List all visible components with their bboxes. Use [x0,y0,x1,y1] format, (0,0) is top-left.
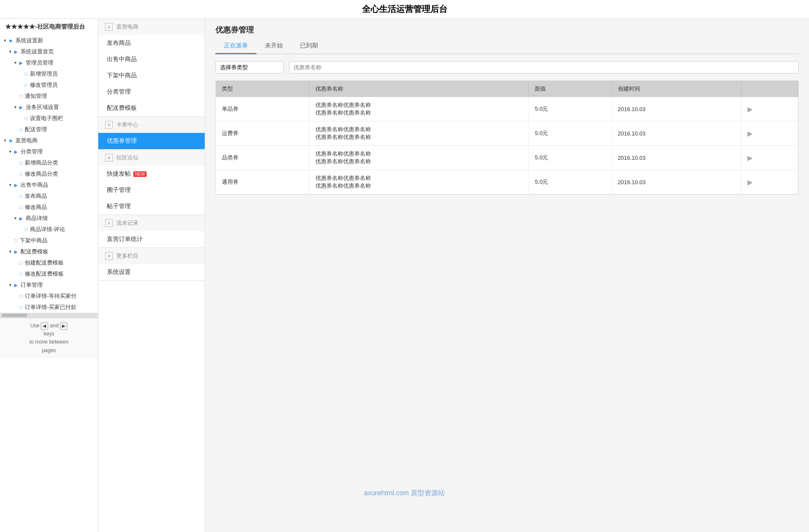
cell-action[interactable]: ▶ [741,146,798,170]
menu-section-header-direct_ecom: ✕直营电商 [98,19,205,35]
menu-item-sys_settings[interactable]: 系统设置 [98,264,205,280]
menu-item-label: 系统设置 [107,268,131,276]
sidebar-item-edit_admin[interactable]: □修改管理员 [0,79,98,91]
sidebar-item-create_ship[interactable]: □创建配送费模板 [0,257,98,268]
menu-item-post_mgmt[interactable]: 帖子管理 [98,198,205,215]
coupon-table: 类型优惠券名称面值创建时间 单品券优惠券名称优惠券名称优惠券名称优惠券名称5.0… [216,81,798,194]
tab-label: 未开始 [265,42,283,49]
menu-item-publish[interactable]: 发布商品 [98,35,205,51]
sidebar-item-direct_ecom[interactable]: ▼■直营电商 [0,135,98,146]
tab-not_started[interactable]: 未开始 [256,38,291,54]
cell-value: 5.0元 [529,121,612,146]
row-action-arrow[interactable]: ▶ [747,106,753,113]
tree-item-label: 分类管理 [21,148,43,156]
menu-item-quick_post[interactable]: 快捷发帖NEW [98,166,205,182]
nav-hint-pages: pages [42,347,56,353]
sidebar-item-delivery_mgmt[interactable]: □配送管理 [0,124,98,135]
sidebar-item-edit_ship[interactable]: □修改配送费模板 [0,268,98,279]
scrollbar-thumb[interactable] [2,314,27,317]
horizontal-scrollbar[interactable] [0,313,98,318]
sidebar-item-ship_tpl[interactable]: ▼▶配送费模板 [0,246,98,257]
tree-item-label: 配送费模板 [21,248,48,256]
menu-item-on_sale_goods[interactable]: 出售中商品 [98,51,205,68]
cell-name: 优惠券名称优惠券名称优惠券名称优惠券名称 [309,146,529,170]
x-icon: ✕ [105,219,113,227]
sidebar-item-notify_mgmt[interactable]: □通知管理 [0,91,98,102]
doc-icon: □ [18,271,24,277]
tab-label: 已到期 [300,42,318,49]
sidebar-item-order_mgmt[interactable]: ▼▶订单管理 [0,279,98,291]
sidebar-item-publish_goods[interactable]: □发布商品 [0,191,98,202]
sidebar-item-biz_area[interactable]: ▼▶业务区域设置 [0,102,98,113]
sidebar-item-sys_home[interactable]: ▼▶系统设置首页 [0,46,98,57]
sidebar: ★★★★★-社区电商管理后台 ▼■系统设置新▼▶系统设置首页▼▶管理员管理 □新… [0,19,98,532]
sidebar-item-add_cat[interactable]: □新增商品分类 [0,157,98,168]
section-label: 流水记录 [116,219,138,227]
menu-item-circle_mgmt[interactable]: 圈子管理 [98,182,205,198]
spacer [13,260,18,265]
cell-action[interactable]: ▶ [741,97,798,121]
sidebar-tree: ▼■系统设置新▼▶系统设置首页▼▶管理员管理 □新增管理员 □修改管理员 □通知… [0,35,98,313]
row-action-arrow[interactable]: ▶ [747,179,753,186]
cell-action[interactable]: ▶ [741,170,798,194]
menu-sections: ✕直营电商发布商品出售中商品下架中商品分类管理配送费模板✕卡券中心优惠券管理✕社… [98,19,205,281]
sidebar-item-sys_new[interactable]: ▼■系统设置新 [0,35,98,46]
cell-action[interactable]: ▶ [741,121,798,146]
spacer [13,271,18,276]
sidebar-item-goods_detail[interactable]: ▼▶商品详情 [0,213,98,224]
tree-item-label: 配送管理 [25,126,47,133]
content-area[interactable]: 优惠券管理 正在派券未开始已到期 选择券类型单品券运费券品类券通用券 类型优惠券… [205,19,809,532]
nav-hint-and: and [50,323,60,329]
search-input[interactable] [289,61,799,73]
sidebar-item-admin_mgmt[interactable]: ▼▶管理员管理 [0,57,98,68]
voucher-type-select[interactable]: 选择券类型单品券运费券品类券通用券 [215,61,284,73]
table-row: 运费券优惠券名称优惠券名称优惠券名称优惠券名称5.0元2016.10.03▶ [216,121,798,146]
tree-item-label: 修改商品分类 [25,170,58,178]
sidebar-item-off_shelf[interactable]: □下架中商品 [0,235,98,246]
menu-item-ship_tpl[interactable]: 配送费模板 [98,100,205,116]
sidebar-item-on_sale[interactable]: ▼▶出售中商品 [0,179,98,191]
table-row: 通用券优惠券名称优惠券名称优惠券名称优惠券名称5.0元2016.10.03▶ [216,170,798,194]
sidebar-item-geofence[interactable]: □设置电子围栏 [0,113,98,124]
x-icon: ✕ [105,154,113,162]
sidebar-item-cat_mgmt[interactable]: ▼▶分类管理 [0,146,98,157]
table-header: 类型优惠券名称面值创建时间 [216,81,798,97]
doc-icon: □ [23,82,29,88]
menu-item-coupon_mgmt[interactable]: 优惠券管理 [98,133,205,149]
sidebar-title: ★★★★★-社区电商管理后台 [0,19,98,35]
col-优惠券名称: 优惠券名称 [309,81,529,97]
menu-item-order_stat[interactable]: 直营订单统计 [98,231,205,247]
row-action-arrow[interactable]: ▶ [747,154,753,162]
tree-item-label: 修改管理员 [30,81,58,89]
menu-item-label: 快捷发帖 [107,170,131,178]
sidebar-item-order_detail1[interactable]: □订单详情-等待买家付 [0,291,98,302]
doc-icon: □ [18,171,24,177]
sidebar-item-goods_review[interactable]: □商品详情-评论 [0,224,98,235]
tabs-bar: 正在派券未开始已到期 [215,38,799,54]
tree-item-label: 订单详情-买家已付款 [25,303,76,311]
tab-expired[interactable]: 已到期 [291,38,327,54]
spacer [8,238,13,243]
content-title: 优惠券管理 [215,25,799,35]
table-body: 单品券优惠券名称优惠券名称优惠券名称优惠券名称5.0元2016.10.03▶运费… [216,97,798,194]
table-row: 品类券优惠券名称优惠券名称优惠券名称优惠券名称5.0元2016.10.03▶ [216,146,798,170]
tab-distributing[interactable]: 正在派券 [215,38,256,54]
sidebar-item-edit_cat[interactable]: □修改商品分类 [0,168,98,179]
spacer [18,116,23,121]
doc-icon: □ [18,160,24,166]
menu-item-cat_mgmt[interactable]: 分类管理 [98,84,205,100]
main-container: ★★★★★-社区电商管理后台 ▼■系统设置新▼▶系统设置首页▼▶管理员管理 □新… [0,19,809,532]
header-title: 全心生活运营管理后台 [362,4,447,14]
spacer [13,305,18,310]
doc-icon: □ [23,115,29,121]
sidebar-bottom: Use ◀ and ▶ keys to move between pages [0,318,98,358]
nav-hint-to-move: to move between [29,339,68,345]
tree-item-label: 修改商品 [25,203,47,211]
menu-item-off_shelf_goods[interactable]: 下架中商品 [98,68,205,84]
row-action-arrow[interactable]: ▶ [747,130,753,137]
folder-icon: ▶ [13,182,19,188]
sidebar-item-order_detail2[interactable]: □订单详情-买家已付款 [0,302,98,313]
sidebar-item-edit_goods[interactable]: □修改商品 [0,202,98,213]
sidebar-item-add_admin[interactable]: □新增管理员 [0,68,98,79]
expand-arrow: ▼ [8,149,13,154]
